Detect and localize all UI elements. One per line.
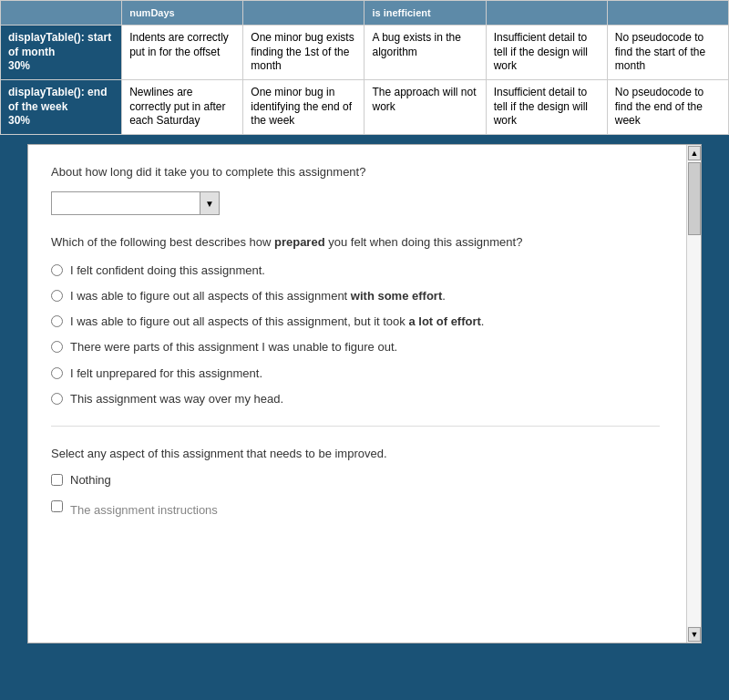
table-row1-col2: One minor bug exists finding the 1st of … <box>243 26 364 80</box>
checkbox-option-nothing: Nothing <box>51 473 660 487</box>
checkbox-option-instructions: The assignment instructions <box>51 496 660 517</box>
time-dropdown[interactable]: < 1 hour 1-2 hours 2-3 hours 3-4 hours 4… <box>51 191 220 215</box>
dropdown-wrapper: < 1 hour 1-2 hours 2-3 hours 3-4 hours 4… <box>51 191 660 215</box>
table-header-col5 <box>607 1 728 26</box>
table-row2-col5: No pseudocode to find the end of the wee… <box>607 80 728 135</box>
question1-block: About how long did it take you to comple… <box>51 163 660 216</box>
table-row1-header: displayTable(): start of month30% <box>1 26 122 80</box>
table-row2-col3: The approach will not work <box>364 80 486 135</box>
radio-confident[interactable] <box>51 264 63 276</box>
question1-text: About how long did it take you to comple… <box>51 163 660 181</box>
section-divider <box>51 426 660 427</box>
question2-block: Which of the following best describes ho… <box>51 233 660 407</box>
question2-text-before: Which of the following best describes ho… <box>51 235 274 249</box>
table-row1-col4: Insufficient detail to tell if the desig… <box>486 26 607 80</box>
table-row2-col2: One minor bug in identifying the end of … <box>243 80 364 135</box>
table-row2-header: displayTable(): end of the week30% <box>1 80 122 135</box>
scrollbar-down-arrow[interactable]: ▼ <box>688 627 701 642</box>
survey-wrapper: ▲ ▼ About how long did it take you to co… <box>0 135 729 653</box>
radio-some-effort[interactable] <box>51 290 63 302</box>
table-row-2: displayTable(): end of the week30% Newli… <box>1 80 729 135</box>
table-header-col2 <box>243 1 364 26</box>
checkbox-nothing[interactable] <box>51 474 63 486</box>
table-row1-col1: Indents are correctly put in for the off… <box>122 26 243 80</box>
checkbox-instructions-label: The assignment instructions <box>70 503 218 517</box>
rubric-table-section: numDays is inefficient displayTable(): s… <box>0 0 729 135</box>
scrollbar-track[interactable] <box>687 161 701 626</box>
radio-option-2: I was able to figure out all aspects of … <box>51 288 660 304</box>
question2-text: Which of the following best describes ho… <box>51 233 660 252</box>
dropdown-container[interactable]: < 1 hour 1-2 hours 2-3 hours 3-4 hours 4… <box>51 191 220 215</box>
radio-unprepared[interactable] <box>51 367 63 379</box>
radio-option-3: I was able to figure out all aspects of … <box>51 314 660 330</box>
radio-over-head[interactable] <box>51 393 63 405</box>
table-row1-col5: No pseudocode to find the start of the m… <box>607 26 728 80</box>
table-header-col4 <box>486 1 607 26</box>
scrollbar-up-arrow[interactable]: ▲ <box>688 146 701 160</box>
table-row2-col4: Insufficient detail to tell if the desig… <box>486 80 607 135</box>
radio-confident-label: I felt confident doing this assignment. <box>70 262 265 279</box>
rubric-table: numDays is inefficient displayTable(): s… <box>0 0 729 135</box>
question2-text-after: you felt when doing this assignment? <box>325 235 523 249</box>
scrollbar[interactable]: ▲ ▼ <box>686 145 701 643</box>
radio-over-head-label: This assignment was way over my head. <box>70 391 283 407</box>
survey-content: About how long did it take you to comple… <box>51 163 678 518</box>
radio-some-effort-label: I was able to figure out all aspects of … <box>70 288 446 304</box>
radio-option-6: This assignment was way over my head. <box>51 391 660 407</box>
table-header-col1: numDays <box>122 1 243 26</box>
radio-option-5: I felt unprepared for this assignment. <box>51 365 660 382</box>
checkbox-nothing-label: Nothing <box>70 473 111 487</box>
radio-unable-label: There were parts of this assignment I wa… <box>70 339 397 355</box>
table-row1-col3: A bug exists in the algorithm <box>364 26 486 80</box>
table-header-col0 <box>1 1 122 26</box>
radio-lot-effort[interactable] <box>51 315 63 327</box>
radio-unable[interactable] <box>51 341 63 353</box>
radio-option-1: I felt confident doing this assignment. <box>51 262 660 279</box>
question3-block: Select any aspect of this assignment tha… <box>51 445 660 518</box>
question3-text: Select any aspect of this assignment tha… <box>51 445 660 463</box>
survey-container: ▲ ▼ About how long did it take you to co… <box>27 144 702 643</box>
checkbox-instructions[interactable] <box>51 500 63 512</box>
question2-text-bold: prepared <box>274 235 325 249</box>
radio-unprepared-label: I felt unprepared for this assignment. <box>70 365 262 382</box>
radio-lot-effort-label: I was able to figure out all aspects of … <box>70 314 484 330</box>
radio-option-4: There were parts of this assignment I wa… <box>51 339 660 355</box>
table-row2-col1: Newlines are correctly put in after each… <box>122 80 243 135</box>
table-row-1: displayTable(): start of month30% Indent… <box>1 26 729 80</box>
scrollbar-thumb[interactable] <box>688 162 701 235</box>
table-header-col3: is inefficient <box>364 1 486 26</box>
